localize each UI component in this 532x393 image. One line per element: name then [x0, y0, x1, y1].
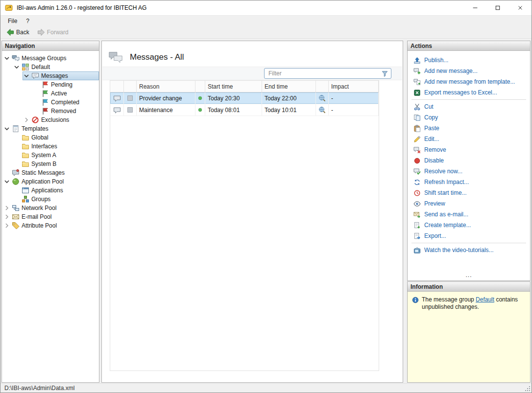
toolbar-back-button[interactable]: Back [3, 27, 33, 37]
chevron-down-icon[interactable] [3, 125, 11, 133]
exclusions-icon [31, 116, 39, 124]
tree-item-label: Network Pool [22, 205, 59, 211]
default-group-link[interactable]: Default [476, 296, 494, 303]
tree-item-inner: System B [13, 160, 99, 168]
tree-item-system-a[interactable]: System A [2, 151, 99, 160]
filter-input[interactable] [268, 70, 379, 77]
actions-overflow[interactable]: ... [408, 272, 530, 278]
tree-item-templates[interactable]: Templates [2, 124, 99, 133]
action-disable[interactable]: Disable [408, 155, 530, 166]
remove-icon [413, 146, 421, 154]
tree-item-inner: Templates [3, 124, 99, 133]
action-label: Send as e-mail... [424, 211, 468, 218]
tree-item-application-pool[interactable]: Application Pool [2, 177, 99, 186]
tree-item-removed[interactable]: Removed [2, 107, 99, 116]
action-export[interactable]: Export... [408, 231, 530, 241]
video-tutorials-icon [413, 247, 421, 254]
tree-item-static-messages[interactable]: Static Messages [2, 168, 99, 177]
close-button[interactable] [509, 0, 532, 15]
page-title-row: Messages - All [102, 41, 403, 67]
window-title: IBI-aws Admin 1.26.0 - registered for IB… [17, 4, 146, 11]
cell-icon [195, 92, 205, 104]
action-remove[interactable]: Remove [408, 144, 530, 155]
action-create-template[interactable]: Create template... [408, 220, 530, 231]
edit-icon [413, 136, 421, 143]
tree-item-default[interactable]: Default [2, 63, 99, 71]
tree-item-global[interactable]: Global [2, 133, 99, 142]
tree-item-attribute-pool[interactable]: Attribute Pool [2, 221, 99, 230]
tree-item-completed[interactable]: Completed [2, 98, 99, 107]
tree-item-pending[interactable]: Pending [2, 80, 99, 89]
table-row[interactable]: MaintenanceToday 08:01Today 10:01- [110, 104, 379, 116]
tree-item-message-groups[interactable]: Message Groups [2, 54, 99, 63]
action-export-messages-to-excel[interactable]: Export messages to Excel... [408, 87, 530, 98]
table-row[interactable]: Provider changeToday 20:30Today 22:00- [110, 92, 379, 104]
actions-header: Actions [408, 41, 530, 51]
export-icon [413, 232, 421, 240]
filter-icon[interactable] [381, 70, 388, 77]
action-shift-start-time[interactable]: Shift start time... [408, 187, 530, 198]
action-label: Preview [424, 200, 445, 207]
tree-item-inner: Groups [13, 195, 99, 204]
action-add-new-message-from-template[interactable]: Add new message from template... [408, 76, 530, 87]
tree-item-label: Completed [51, 99, 82, 106]
column-header-end-time[interactable]: End time [262, 81, 316, 92]
menu-bar: File? [0, 16, 532, 26]
column-header[interactable] [316, 81, 329, 92]
minimize-button[interactable] [464, 0, 486, 15]
chevron-down-icon[interactable] [3, 178, 11, 185]
tree-item-e-mail-pool[interactable]: E-mail Pool [2, 212, 99, 221]
action-watch-the-video-tutorials[interactable]: Watch the video-tutorials... [408, 245, 530, 255]
chevron-right-icon[interactable] [3, 213, 11, 221]
column-header[interactable] [195, 81, 205, 92]
column-header-impact[interactable]: Impact [329, 81, 379, 92]
action-send-as-e-mail[interactable]: Send as e-mail... [408, 209, 530, 220]
back-icon [6, 28, 14, 36]
chevron-right-icon[interactable] [23, 116, 30, 124]
chevron-down-icon[interactable] [13, 63, 21, 71]
column-header-start-time[interactable]: Start time [205, 81, 262, 92]
tree-item-applications[interactable]: Applications [2, 186, 99, 195]
tree-item-interfaces[interactable]: Interfaces [2, 142, 99, 151]
chevron-right-icon[interactable] [3, 204, 11, 212]
chevron-right-icon[interactable] [3, 222, 11, 230]
tree-item-inner: Applications [13, 186, 99, 195]
action-add-new-message[interactable]: Add new message... [408, 66, 530, 76]
action-resolve-now[interactable]: Resolve now... [408, 166, 530, 177]
column-header-reason[interactable]: Reason [137, 81, 195, 92]
tree-item-messages[interactable]: Messages [2, 71, 99, 80]
menu-item-help[interactable]: ? [22, 16, 34, 26]
column-header-label: End time [265, 83, 288, 90]
column-header[interactable] [124, 81, 137, 92]
add-message-icon [413, 68, 421, 75]
tree-item-label: System A [31, 152, 59, 159]
info-text-before: The message group [422, 296, 476, 303]
action-copy[interactable]: Copy [408, 112, 530, 123]
tree-item-network-pool[interactable]: Network Pool [2, 204, 99, 212]
menu-item-file[interactable]: File [3, 16, 22, 26]
maximize-button[interactable] [486, 0, 509, 15]
cut-icon [413, 103, 421, 111]
column-header[interactable] [110, 81, 124, 92]
navigation-title: Navigation [5, 43, 35, 49]
chevron-down-icon[interactable] [3, 54, 11, 62]
cell-icon [316, 104, 329, 116]
folder-icon [22, 142, 29, 150]
information-body: The message group Default contains unpub… [408, 292, 530, 382]
tree-item-exclusions[interactable]: Exclusions [2, 116, 99, 124]
chevron-spacer [13, 142, 21, 150]
tree-item-groups[interactable]: Groups [2, 195, 99, 204]
toolbar-forward-button[interactable]: Forward [34, 27, 72, 37]
tree-item-active[interactable]: Active [2, 89, 99, 98]
action-publish[interactable]: Publish... [408, 55, 530, 66]
action-edit[interactable]: Edit... [408, 134, 530, 144]
impact-globe-icon [318, 94, 326, 102]
chevron-down-icon[interactable] [23, 72, 30, 80]
action-paste[interactable]: Paste [408, 123, 530, 134]
chevron-spacer [13, 186, 21, 194]
resize-grip[interactable] [524, 385, 530, 391]
action-refresh-impact[interactable]: Refresh Impact... [408, 177, 530, 187]
action-cut[interactable]: Cut [408, 101, 530, 112]
action-preview[interactable]: Preview [408, 198, 530, 209]
tree-item-system-b[interactable]: System B [2, 160, 99, 168]
